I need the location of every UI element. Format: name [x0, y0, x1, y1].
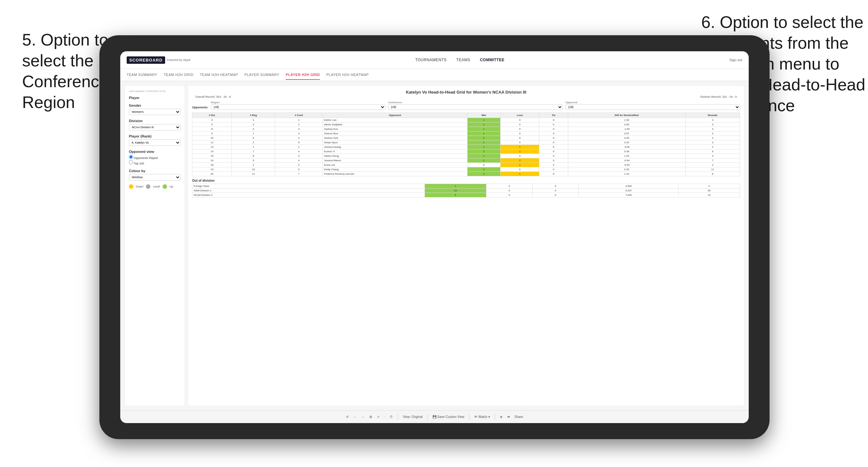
cell-opponent: Heejo Hyun — [322, 141, 467, 145]
radio-opponents-played[interactable]: Opponents Played — [129, 155, 181, 160]
cell-reg: 8 — [232, 154, 275, 158]
toolbar-undo[interactable]: ↺ — [346, 415, 348, 418]
nav-tournaments[interactable]: TOURNAMENTS — [415, 58, 447, 62]
content-area: Katelyn Vo Head-to-Head Grid for Women's… — [188, 86, 744, 405]
cell-diff: 4.00 — [568, 122, 685, 127]
cell-loss: 0 — [500, 136, 539, 141]
th-conf: # Conf — [275, 113, 323, 118]
ood-loss: 0 — [486, 184, 532, 188]
cell-tie: 0 — [539, 172, 568, 176]
cell-div: 16 — [192, 158, 232, 163]
radio-top100[interactable]: Top 100 — [129, 160, 181, 165]
cell-div: 14 — [192, 149, 232, 154]
cell-conf: 4 — [275, 131, 323, 136]
bottom-toolbar: ↺ ← → ⊞ ↗ · ⏱ View: Original 💾 Save Cust… — [120, 410, 749, 423]
subnav-player-summary[interactable]: PLAYER SUMMARY — [244, 70, 279, 80]
cell-opponent: Jessica Mason — [322, 158, 467, 163]
cell-diff: 0.30 — [568, 167, 685, 172]
cell-loss: 0 — [500, 131, 539, 136]
cell-tie: 0 — [539, 167, 568, 172]
toolbar-divider-1 — [398, 414, 398, 420]
cell-div: 18 — [192, 163, 232, 167]
toolbar-watch[interactable]: 👁 Watch ▾ — [474, 415, 490, 418]
ood-rounds: 30 — [679, 188, 740, 193]
cell-conf: 1 — [275, 145, 323, 149]
subnav-player-h2h-heatmap[interactable]: PLAYER H2H HEATMAP — [327, 70, 369, 80]
legend-up-circle — [162, 184, 167, 189]
out-of-division-title: Out of division — [192, 179, 740, 182]
subnav-team-h2h-heatmap[interactable]: TEAM H2H HEATMAP — [200, 70, 238, 80]
toolbar-forward[interactable]: → — [361, 415, 365, 418]
ood-name: Foreign Team — [192, 184, 425, 188]
cell-loss: 0 — [500, 118, 539, 122]
gender-select[interactable]: Women's — [129, 108, 181, 115]
toolbar-divider-4 — [495, 414, 495, 420]
cell-diff: -5.00 — [568, 163, 685, 167]
ood-diff: 4.500 — [579, 184, 679, 188]
subnav-team-summary[interactable]: TEAM SUMMARY — [127, 70, 157, 80]
ood-tie: 0 — [533, 184, 579, 188]
toolbar-share-link[interactable]: ↗ — [377, 415, 379, 418]
ood-loss: 0 — [486, 188, 532, 193]
nav-links: TOURNAMENTS TEAMS COMMITTEE — [415, 58, 504, 62]
cell-rounds: 3 — [685, 122, 740, 127]
nav-committee[interactable]: COMMITTEE — [480, 58, 505, 62]
sign-out[interactable]: Sign out — [730, 58, 742, 62]
cell-tie: 0 — [539, 122, 568, 127]
division-label: Division — [129, 119, 181, 123]
player-label: Player — [129, 96, 181, 100]
cell-opponent: Sydney Kuo — [322, 127, 467, 131]
colour-by-select[interactable]: Win/loss — [129, 174, 181, 181]
legend-level-label: Level — [153, 185, 160, 188]
cell-reg: 6 — [232, 136, 275, 141]
toolbar-share[interactable]: Share — [515, 415, 523, 418]
cell-opponent: Eunice Yi — [322, 149, 467, 154]
cell-win: 4 — [467, 167, 500, 172]
cell-tie: 0 — [539, 158, 568, 163]
toolbar-back[interactable]: ← — [353, 415, 356, 418]
ood-name: NAIA Division 1 — [192, 188, 425, 193]
toolbar-save-custom-view[interactable]: 💾 Save Custom View — [433, 415, 464, 418]
cell-conf: 5 — [275, 154, 323, 158]
toolbar-timer[interactable]: ⏱ — [390, 415, 393, 418]
table-row: 6 3 3 Sydney Kuo 1 0 0 -1.00 3 — [192, 127, 740, 131]
cell-div: 19 — [192, 167, 232, 172]
division-select[interactable]: NCAA Division III — [129, 124, 181, 130]
th-reg: # Reg — [232, 113, 275, 118]
logo-sub: Powered by clippd — [167, 58, 190, 62]
opponent-filter-label: Opponent — [565, 101, 740, 104]
conference-filter-select[interactable]: (All) — [388, 104, 563, 110]
toolbar-swap[interactable]: ⇄ — [507, 415, 510, 418]
toolbar-grid[interactable]: ⊞ — [369, 415, 372, 418]
subnav-player-h2h-grid[interactable]: PLAYER H2H GRID — [286, 70, 320, 80]
tablet-screen: SCOREBOARD Powered by clippd TOURNAMENTS… — [120, 51, 749, 423]
region-filter-select[interactable]: (All) — [211, 104, 386, 110]
cell-conf: 3 — [275, 127, 323, 131]
toolbar-view-original[interactable]: View: Original — [403, 415, 423, 418]
chart-title: Katelyn Vo Head-to-Head Grid for Women's… — [192, 90, 740, 95]
cell-rounds: 9 — [685, 149, 740, 154]
player-rank-select[interactable]: 8. Katelyn Vo — [129, 139, 181, 146]
cell-tie: 0 — [539, 154, 568, 158]
legend: Down Level Up — [129, 184, 181, 189]
table-row: 9 1 4 Sharon Mun 1 0 0 3.67 3 — [192, 131, 740, 136]
cell-win: 1 — [467, 127, 500, 131]
cell-tie: 0 — [539, 136, 568, 141]
legend-down-label: Down — [136, 185, 143, 188]
ood-name: NCAA Division 2 — [192, 193, 425, 197]
division-section: Division NCAA Division III — [129, 119, 181, 130]
ood-win: 5 — [425, 193, 487, 197]
toolbar-dot: · — [384, 415, 385, 418]
opponent-filter-select[interactable]: (All) — [565, 104, 740, 110]
subnav-team-h2h-grid[interactable]: TEAM H2H GRID — [164, 70, 194, 80]
sub-nav: TEAM SUMMARY TEAM H2H GRID TEAM H2H HEAT… — [120, 69, 749, 81]
cell-div: 11 — [192, 141, 232, 145]
cell-reg: 2 — [232, 141, 275, 145]
nav-teams[interactable]: TEAMS — [456, 58, 470, 62]
cell-opponent: Jessica Huang — [322, 145, 467, 149]
cell-rounds: 2 — [685, 145, 740, 149]
toolbar-add[interactable]: ⊕ — [500, 415, 502, 418]
colour-by-label: Colour by — [129, 169, 181, 173]
cell-win: 1 — [467, 118, 500, 122]
region-filter-label: Region — [211, 101, 386, 104]
